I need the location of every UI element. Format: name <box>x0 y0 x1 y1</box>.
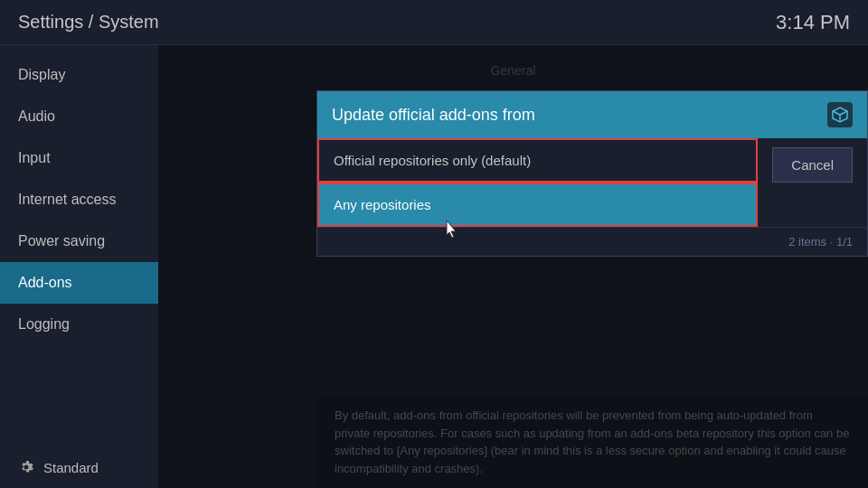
dialog-title: Update official add-ons from <box>332 106 535 125</box>
sidebar-item-add-ons[interactable]: Add-ons <box>0 262 158 304</box>
sidebar-item-label: Display <box>18 67 65 83</box>
dialog-footer: 2 items · 1/1 <box>317 227 867 256</box>
dialog-list: Official repositories only (default) Any… <box>317 138 758 227</box>
page-title: Settings / System <box>18 12 159 33</box>
dialog-actions: Cancel <box>758 138 867 227</box>
cancel-button[interactable]: Cancel <box>772 147 853 183</box>
dialog: Update official add-ons from Official re… <box>316 90 868 257</box>
svg-line-2 <box>840 111 847 115</box>
sidebar-item-audio[interactable]: Audio <box>0 96 158 137</box>
sidebar-item-internet-access[interactable]: Internet access <box>0 179 158 221</box>
main-layout: Display Audio Input Internet access Powe… <box>0 45 868 488</box>
dialog-header: Update official add-ons from <box>317 91 867 138</box>
dialog-item-official[interactable]: Official repositories only (default) <box>317 138 758 183</box>
sidebar-bottom-label: Standard <box>43 460 99 475</box>
sidebar-item-display[interactable]: Display <box>0 54 158 96</box>
sidebar: Display Audio Input Internet access Powe… <box>0 45 158 488</box>
dialog-body: Official repositories only (default) Any… <box>317 138 867 227</box>
dialog-item-any-repos[interactable]: Any repositories <box>317 183 758 227</box>
content-area: General Updates automatically positories… <box>158 45 868 488</box>
kodi-icon <box>831 106 849 124</box>
sidebar-item-label: Power saving <box>18 233 105 249</box>
clock: 3:14 PM <box>776 11 850 34</box>
sidebar-item-label: Input <box>18 150 51 166</box>
sidebar-bottom-item[interactable]: Standard <box>0 446 158 488</box>
sidebar-item-label: Audio <box>18 108 55 125</box>
item-count: 2 items · 1/1 <box>788 235 853 249</box>
svg-line-1 <box>833 111 840 115</box>
sidebar-item-input[interactable]: Input <box>0 137 158 179</box>
sidebar-item-label: Logging <box>18 316 70 333</box>
gear-icon <box>18 459 34 475</box>
kodi-logo-icon <box>827 102 853 127</box>
sidebar-item-label: Add-ons <box>18 275 72 291</box>
app-header: Settings / System 3:14 PM <box>0 0 868 45</box>
sidebar-item-logging[interactable]: Logging <box>0 304 158 345</box>
sidebar-item-power-saving[interactable]: Power saving <box>0 221 158 262</box>
sidebar-item-label: Internet access <box>18 192 117 208</box>
